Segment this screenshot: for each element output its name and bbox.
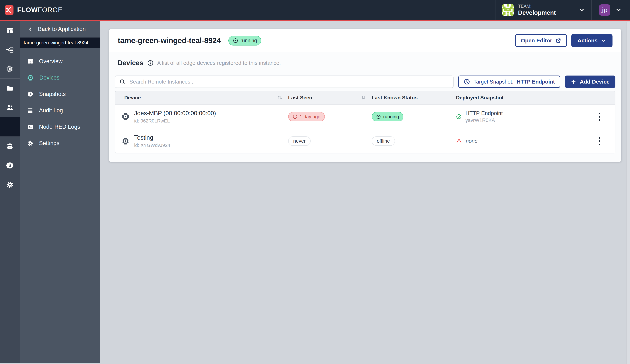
plus-icon	[571, 79, 576, 84]
sidebar-item-devices[interactable]: Devices	[20, 69, 100, 86]
flow-pipeline-icon[interactable]	[0, 40, 20, 59]
info-icon[interactable]	[147, 60, 154, 66]
back-to-application[interactable]: Back to Application	[20, 21, 100, 37]
snapshot-none: none	[466, 138, 478, 144]
grid-icon	[27, 58, 34, 65]
gear-icon	[27, 140, 34, 147]
sidebar-item-settings[interactable]: Settings	[20, 135, 100, 152]
database-icon[interactable]	[0, 137, 20, 156]
chip-icon	[122, 113, 130, 121]
device-name[interactable]: Joes-MBP (00:00:00:00:00:00)	[134, 110, 216, 117]
search-box	[115, 76, 454, 88]
top-navbar: FLOWFORGE	[0, 0, 630, 21]
user-menu[interactable]: jp	[592, 0, 630, 20]
search-input[interactable]	[130, 79, 449, 85]
team-label: TEAM:	[518, 4, 556, 9]
play-circle-icon	[376, 114, 381, 119]
device-id: id: XYGWdvJ924	[134, 143, 170, 148]
sidebar-item-overview[interactable]: Overview	[20, 53, 100, 69]
search-icon	[119, 79, 126, 85]
terminal-icon	[27, 124, 34, 130]
instance-name[interactable]: tame-green-winged-teal-8924	[20, 37, 100, 48]
chip-icon[interactable]	[0, 59, 20, 79]
instance-card: tame-green-winged-teal-8924 running Open…	[109, 29, 621, 162]
status-badge: running	[228, 36, 261, 45]
table-row[interactable]: Joes-MBP (00:00:00:00:00:00) id: 962R0LR…	[115, 104, 615, 129]
main-content: tame-green-winged-teal-8924 running Open…	[100, 21, 630, 363]
instance-sidebar: Back to Application tame-green-winged-te…	[20, 21, 100, 363]
device-id: id: 962R0LRwEL	[134, 118, 216, 124]
users-icon[interactable]	[0, 98, 20, 117]
add-device-button[interactable]: Add Device	[565, 76, 616, 88]
status-badge: offline	[372, 136, 395, 146]
sidebar-item-node-red-logs[interactable]: Node-RED Logs	[20, 119, 100, 135]
scrollbar-track[interactable]	[626, 22, 630, 364]
devices-description: A list of all edge devices registered to…	[157, 60, 281, 66]
last-seen-badge: never	[288, 136, 311, 146]
list-icon	[27, 107, 34, 114]
grid-icon[interactable]	[0, 21, 20, 40]
open-editor-button[interactable]: Open Editor	[515, 34, 567, 47]
chip-icon	[27, 74, 34, 81]
brand-name[interactable]: FLOWFORGE	[17, 6, 62, 14]
page-title: tame-green-winged-teal-8924	[118, 36, 221, 45]
sidebar-item-snapshots[interactable]: Snapshots	[20, 86, 100, 102]
avatar: jp	[599, 4, 610, 16]
svg-text:$: $	[8, 163, 11, 168]
clock-icon	[27, 91, 34, 97]
sidebar-item-audit-log[interactable]: Audit Log	[20, 102, 100, 119]
external-link-icon	[556, 38, 561, 43]
actions-button[interactable]: Actions	[571, 34, 612, 47]
row-menu-button[interactable]	[597, 111, 602, 123]
divider	[115, 72, 616, 72]
flowforge-logo-icon[interactable]	[5, 5, 14, 15]
team-avatar	[502, 4, 514, 16]
table-header: Device Last Seen Last Known Status	[115, 91, 615, 104]
play-circle-icon	[233, 38, 238, 43]
row-menu-button[interactable]	[597, 135, 602, 147]
instance-menu: Overview Devices Snapshots	[20, 48, 100, 152]
target-snapshot-button[interactable]: Target Snapshot: HTTP Endpoint	[458, 76, 560, 88]
folder-icon[interactable]	[0, 79, 20, 98]
devices-table: Device Last Seen Last Known Status	[115, 91, 616, 154]
chevron-down-icon	[578, 7, 585, 13]
team-name: Development	[518, 9, 556, 16]
warning-triangle-icon	[456, 138, 462, 144]
exclamation-circle-icon	[292, 114, 298, 119]
dollar-icon[interactable]: $	[0, 156, 20, 175]
device-name[interactable]: Testing	[134, 134, 170, 141]
last-seen-badge: 1 day ago	[288, 112, 325, 121]
devices-section: Devices A list of all edge devices regis…	[109, 52, 621, 162]
team-selector[interactable]: TEAM: Development	[495, 0, 592, 20]
sort-icon[interactable]	[277, 95, 283, 101]
devices-heading: Devices	[118, 59, 143, 67]
sort-icon[interactable]	[360, 95, 366, 101]
snapshot-name: HTTP Endpoint	[466, 110, 503, 116]
snapshot-id: yavrW1R0KA	[466, 118, 503, 123]
gear-icon[interactable]	[0, 175, 20, 194]
clock-icon	[464, 78, 470, 85]
chevron-down-icon	[601, 38, 606, 43]
check-circle-icon	[456, 114, 462, 120]
team-nav-rail: $	[0, 21, 20, 363]
back-label: Back to Application	[38, 26, 86, 32]
instance-header: tame-green-winged-teal-8924 running Open…	[109, 29, 621, 52]
chevron-down-icon	[616, 7, 622, 13]
active-empty-cell[interactable]	[0, 117, 20, 137]
chevron-left-icon	[28, 26, 33, 32]
status-badge: running	[372, 112, 404, 121]
chip-icon	[122, 137, 130, 145]
table-row[interactable]: Testing id: XYGWdvJ924 never offline	[115, 129, 615, 153]
